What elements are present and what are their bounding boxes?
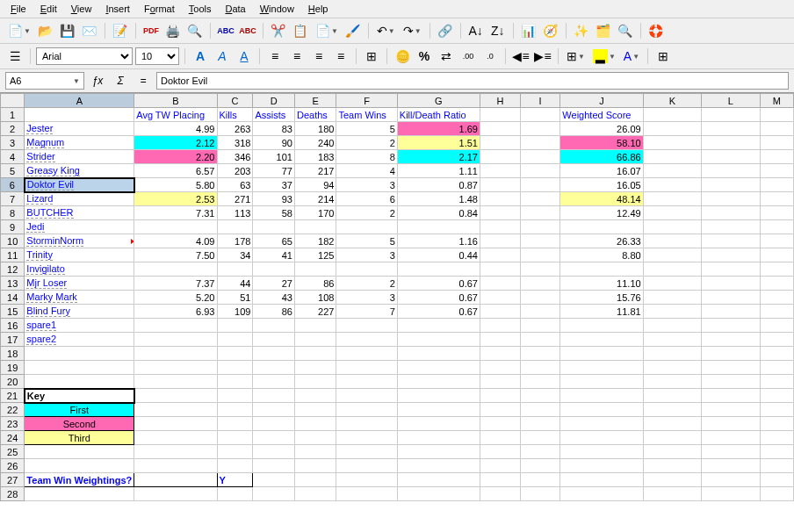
cell-L17[interactable] (702, 333, 760, 347)
cell-G9[interactable] (397, 220, 480, 234)
menu-insert[interactable]: Insert (98, 2, 137, 16)
row-header-13[interactable]: 13 (1, 277, 25, 291)
fontcolor-button[interactable]: A▼ (621, 47, 642, 66)
cell-E3[interactable]: 240 (294, 136, 336, 150)
cell-L11[interactable] (702, 248, 760, 262)
row-header-20[interactable]: 20 (1, 375, 25, 389)
cell-D16[interactable] (253, 319, 295, 333)
row-header-6[interactable]: 6 (1, 178, 25, 192)
cell-C6[interactable]: 63 (217, 178, 253, 192)
cell-F15[interactable]: 7 (336, 305, 397, 319)
cell-M5[interactable] (760, 164, 794, 178)
cell-L15[interactable] (702, 305, 760, 319)
export-pdf-button[interactable]: PDF (141, 21, 161, 40)
cell-E10[interactable]: 182 (294, 234, 336, 248)
cell-F10[interactable]: 5 (336, 234, 397, 248)
cell-K11[interactable] (643, 248, 701, 262)
cell-K15[interactable] (643, 305, 701, 319)
cell-I7[interactable] (520, 192, 560, 206)
row-header-12[interactable]: 12 (1, 262, 25, 277)
styles-button[interactable]: ☰ (5, 47, 25, 66)
copy-button[interactable]: 📋 (291, 21, 310, 40)
header-G[interactable]: Kill/Death Ratio (397, 108, 480, 122)
cell-L10[interactable] (702, 234, 760, 248)
cell-A14[interactable]: Marky Mark (25, 291, 134, 305)
cell-I6[interactable] (520, 178, 560, 192)
cell-L9[interactable] (702, 220, 760, 234)
cell-E8[interactable]: 170 (294, 206, 336, 220)
key-cell-22[interactable]: First (25, 403, 134, 417)
cell-C14[interactable]: 51 (217, 291, 253, 305)
cell-E4[interactable]: 183 (294, 150, 336, 164)
cell-C9[interactable] (217, 220, 253, 234)
cell-D4[interactable]: 101 (253, 150, 295, 164)
column-header-A[interactable]: A (25, 94, 134, 108)
add-decimal-button[interactable]: .00 (458, 47, 478, 66)
cell-M17[interactable] (760, 333, 794, 347)
cell-H17[interactable] (480, 333, 520, 347)
cell-G8[interactable]: 0.84 (397, 206, 480, 220)
cell-A5[interactable]: Greasy King (25, 164, 134, 178)
cell-G12[interactable] (397, 262, 480, 277)
cell-L5[interactable] (702, 164, 760, 178)
cell-M11[interactable] (760, 248, 794, 262)
cell-J11[interactable]: 8.80 (560, 248, 643, 262)
teamwin-label[interactable]: Team Win Weightings? (25, 473, 134, 487)
header-D[interactable]: Assists (253, 108, 295, 122)
navigator-button[interactable]: 🧭 (541, 21, 560, 40)
cell-L13[interactable] (702, 277, 760, 291)
cell-G11[interactable]: 0.44 (397, 248, 480, 262)
cell-J3[interactable]: 58.10 (560, 136, 643, 150)
cell-D3[interactable]: 90 (253, 136, 295, 150)
cell-K3[interactable] (643, 136, 701, 150)
cell-L12[interactable] (702, 262, 760, 277)
column-header-K[interactable]: K (643, 94, 701, 108)
cell-C12[interactable] (217, 262, 253, 277)
italic-button[interactable]: A (213, 47, 232, 66)
decrease-indent-button[interactable]: ◀≡ (511, 47, 531, 66)
cell-M8[interactable] (760, 206, 794, 220)
row-header-11[interactable]: 11 (1, 248, 25, 262)
merge-cells-button[interactable]: ⊞ (362, 47, 381, 66)
function-wizard-button[interactable]: ƒx (88, 72, 107, 90)
cell-J12[interactable] (560, 262, 643, 277)
cell-J8[interactable]: 12.49 (560, 206, 643, 220)
cell-E7[interactable]: 214 (294, 192, 336, 206)
cell-B15[interactable]: 6.93 (134, 305, 217, 319)
cell-K4[interactable] (643, 150, 701, 164)
cell-E11[interactable]: 125 (294, 248, 336, 262)
header-C[interactable]: Kills (217, 108, 253, 122)
cell-J14[interactable]: 15.76 (560, 291, 643, 305)
column-header-corner[interactable] (1, 94, 25, 108)
cell-H10[interactable] (480, 234, 520, 248)
cell-E2[interactable]: 180 (294, 122, 336, 136)
cell-F2[interactable]: 5 (336, 122, 397, 136)
remove-decimal-button[interactable]: .0 (480, 47, 500, 66)
row-header-14[interactable]: 14 (1, 291, 25, 305)
menu-tools[interactable]: Tools (182, 2, 219, 16)
cell-A13[interactable]: Mjr Loser (25, 277, 134, 291)
sum-button[interactable]: Σ (111, 72, 130, 90)
row-header-28[interactable]: 28 (1, 487, 25, 501)
cell-I12[interactable] (520, 262, 560, 277)
chart-button[interactable]: 📊 (519, 21, 538, 40)
column-header-F[interactable]: F (336, 94, 397, 108)
cell-B10[interactable]: 4.09 (134, 234, 217, 248)
cell-M12[interactable] (760, 262, 794, 277)
menu-view[interactable]: View (64, 2, 99, 16)
cell-J6[interactable]: 16.05 (560, 178, 643, 192)
cell-I14[interactable] (520, 291, 560, 305)
cell-E15[interactable]: 227 (294, 305, 336, 319)
cell-C11[interactable]: 34 (217, 248, 253, 262)
cell-D9[interactable] (253, 220, 295, 234)
cell-I13[interactable] (520, 277, 560, 291)
cell-A15[interactable]: Blind Fury (25, 305, 134, 319)
cell-J15[interactable]: 11.81 (560, 305, 643, 319)
cell-I15[interactable] (520, 305, 560, 319)
cell-I5[interactable] (520, 164, 560, 178)
cell-D10[interactable]: 65 (253, 234, 295, 248)
cell-B11[interactable]: 7.50 (134, 248, 217, 262)
cell-B4[interactable]: 2.20 (134, 150, 217, 164)
cell-B12[interactable] (134, 262, 217, 277)
cell-C10[interactable]: 178 (217, 234, 253, 248)
